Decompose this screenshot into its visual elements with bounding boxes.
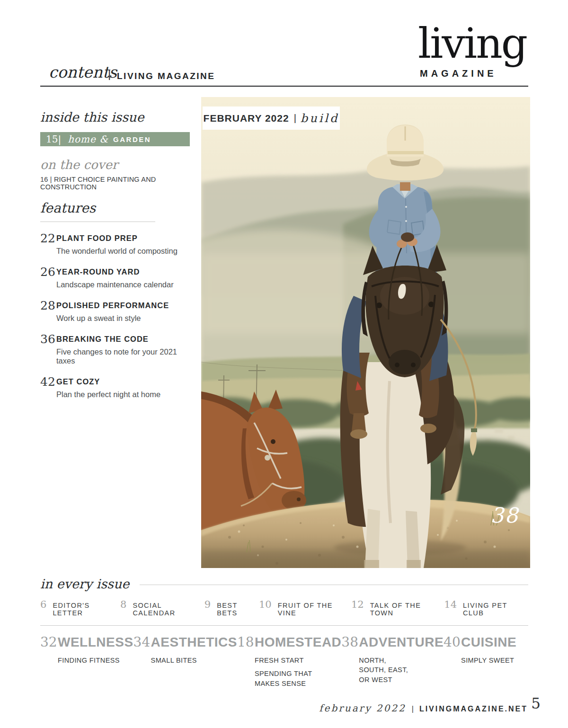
- feature-item: 26 YEAR-ROUND YARD Landscape maintenance…: [40, 265, 190, 289]
- issue-label-divider: |: [294, 113, 296, 124]
- department-column: 40 CUISINE SIMPLY SWEET: [444, 634, 536, 688]
- cover-credit-line: 16 | RIGHT CHOICE PAINTING AND CONSTRUCT…: [40, 176, 190, 191]
- department-article: SIMPLY SWEET: [461, 656, 536, 665]
- section-name-script: home &: [68, 133, 108, 145]
- issue-month: FEBRUARY 2022: [204, 113, 289, 124]
- department-column: 38 ADVENTURE NORTH, SOUTH, EAST, OR WEST: [341, 634, 444, 688]
- department-label: ADVENTURE: [359, 635, 444, 650]
- department-label: HOMESTEAD: [255, 635, 341, 650]
- department-label: CUISINE: [461, 635, 516, 650]
- recurring-item: 14 LIVING PET CLUB: [444, 599, 528, 617]
- item-label: BEST BETS: [217, 602, 259, 617]
- footer: february 2022 | LIVINGMAGAZINE.NET: [319, 702, 528, 714]
- recurring-item: 9 BEST BETS: [204, 599, 259, 617]
- feature-item: 36 BREAKING THE CODE Five changes to not…: [40, 332, 190, 365]
- department-columns: 32 WELLNESS FINDING FITNESS 34 AESTHETIC…: [40, 634, 528, 688]
- in-every-issue-heading: in every issue: [40, 577, 129, 591]
- features-heading: features: [40, 200, 155, 222]
- magazine-name: LIVING MAGAZINE: [117, 71, 215, 81]
- department-column: 32 WELLNESS FINDING FITNESS: [40, 634, 133, 688]
- item-label: FRUIT OF THE VINE: [278, 602, 351, 617]
- cover-photo-illustration: [201, 97, 530, 568]
- department-article: FRESH START: [255, 656, 329, 665]
- feature-title: BREAKING THE CODE: [56, 332, 190, 344]
- feature-item: 42 GET COZY Plan the perfect night at ho…: [40, 375, 190, 399]
- feature-title: GET COZY: [56, 375, 160, 386]
- footer-website: LIVINGMAGAZINE.NET: [419, 705, 528, 713]
- footer-issue-date: february 2022: [319, 702, 406, 714]
- item-page-number: 8: [120, 599, 126, 610]
- header-rule: [40, 86, 528, 87]
- feature-description: Landscape maintenance calendar: [56, 280, 174, 289]
- department-page-number: 40: [444, 634, 461, 650]
- feature-description: The wonderful world of composting: [56, 247, 178, 256]
- recurring-item: 12 TALK OF THE TOWN: [351, 599, 444, 617]
- item-label: TALK OF THE TOWN: [370, 602, 444, 617]
- department-page-number: 18: [237, 634, 255, 650]
- feature-item: 22 PLANT FOOD PREP The wonderful world o…: [40, 231, 190, 256]
- feature-page-number: 22: [40, 231, 56, 256]
- recurring-item: 6 EDITOR'S LETTER: [40, 599, 120, 617]
- feature-description: Work up a sweat in style: [56, 314, 169, 323]
- department-page-number: 32: [40, 634, 58, 650]
- warm-haze-overlay: [201, 97, 530, 568]
- feature-title: PLANT FOOD PREP: [56, 231, 178, 243]
- department-page-number: 34: [133, 634, 151, 650]
- inside-this-issue-heading: inside this issue: [40, 110, 190, 124]
- item-label: LIVING PET CLUB: [463, 602, 528, 617]
- home-and-garden-section-banner: 15| home & GARDEN: [40, 132, 190, 146]
- issue-label: FEBRUARY 2022 | build: [203, 107, 340, 130]
- item-label: SOCIAL CALENDAR: [133, 602, 204, 617]
- department-page-number: 38: [341, 634, 359, 650]
- feature-title: POLISHED PERFORMANCE: [56, 299, 169, 310]
- logo-wordmark: living: [418, 23, 526, 64]
- photo-page-reference: 38: [490, 503, 519, 527]
- section-rule: [40, 625, 528, 626]
- contents-sidebar: inside this issue 15| home & GARDEN on t…: [40, 110, 190, 399]
- page-number: 5: [531, 695, 541, 712]
- feature-description: Five changes to note for your 2021 taxes: [56, 347, 190, 365]
- department-article: NORTH, SOUTH, EAST, OR WEST: [359, 656, 412, 684]
- department-column: 18 HOMESTEAD FRESH START SPENDING THAT M…: [237, 634, 341, 688]
- in-every-issue-section: in every issue 6 EDITOR'S LETTER 8 SOCIA…: [40, 577, 528, 688]
- item-page-number: 12: [351, 599, 364, 610]
- department-column: 34 AESTHETICS SMALL BITES: [133, 634, 237, 688]
- item-page-number: 14: [444, 599, 457, 610]
- recurring-item: 10 FRUIT OF THE VINE: [259, 599, 351, 617]
- department-label: WELLNESS: [58, 635, 133, 650]
- feature-page-number: 28: [40, 299, 56, 323]
- department-article: SMALL BITES: [151, 656, 226, 665]
- logo-subtitle: MAGAZINE: [420, 68, 497, 79]
- item-page-number: 9: [204, 599, 211, 610]
- issue-theme-word: build: [301, 112, 339, 125]
- feature-description: Plan the perfect night at home: [56, 390, 160, 399]
- feature-item: 28 POLISHED PERFORMANCE Work up a sweat …: [40, 299, 190, 323]
- header-divider: |: [108, 67, 111, 80]
- department-label: AESTHETICS: [151, 635, 237, 650]
- heading-rule: [140, 585, 528, 585]
- recurring-item: 8 SOCIAL CALENDAR: [120, 599, 204, 617]
- feature-page-number: 26: [40, 265, 56, 289]
- item-label: EDITOR'S LETTER: [53, 602, 120, 617]
- recurring-items-row: 6 EDITOR'S LETTER 8 SOCIAL CALENDAR 9 BE…: [40, 599, 528, 617]
- item-page-number: 10: [259, 599, 272, 610]
- section-page-number: 15|: [46, 133, 61, 145]
- feature-title: YEAR-ROUND YARD: [56, 265, 174, 276]
- department-article: FINDING FITNESS: [58, 656, 133, 665]
- feature-page-number: 42: [40, 375, 56, 399]
- magazine-contents-page: contents | LIVING MAGAZINE living MAGAZI…: [0, 0, 568, 728]
- feature-page-number: 36: [40, 332, 56, 365]
- footer-divider: |: [412, 705, 414, 713]
- department-article: SPENDING THAT MAKES SENSE: [255, 669, 329, 688]
- on-the-cover-heading: on the cover: [40, 158, 190, 172]
- page-title: contents: [49, 63, 117, 81]
- cover-photo: FEBRUARY 2022 | build 38: [201, 97, 530, 568]
- section-name-bold: GARDEN: [113, 135, 151, 143]
- item-page-number: 6: [40, 599, 46, 610]
